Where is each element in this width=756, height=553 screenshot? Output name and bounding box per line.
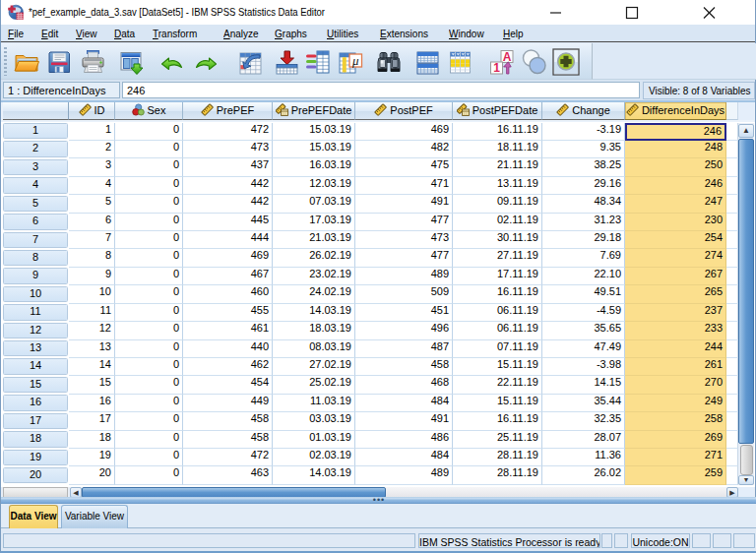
svg-text:A: A [503, 50, 512, 64]
svg-text:1: 1 [493, 61, 500, 75]
svg-text:μ: μ [351, 53, 359, 68]
